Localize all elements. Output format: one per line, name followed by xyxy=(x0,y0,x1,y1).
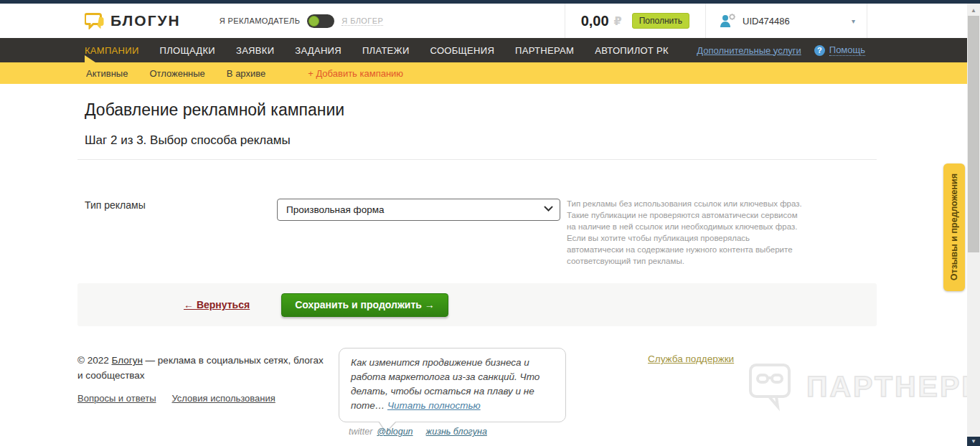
subnav-items: Активные Отложенные В архиве + Добавить … xyxy=(86,68,403,79)
footer-copyright: © 2022 Блогун — реклама в социальных сет… xyxy=(77,353,325,406)
brand-link[interactable]: Блогун xyxy=(111,355,142,366)
nav-item-payments[interactable]: ПЛАТЕЖИ xyxy=(362,45,410,56)
blogun-life-link[interactable]: жизнь блогуна xyxy=(426,427,487,437)
back-link-text: ← Вернуться xyxy=(184,299,250,310)
twitter-label: twitter xyxy=(349,427,372,437)
page: БЛОГУН Я РЕКЛАМОДАТЕЛЬ Я БЛОГЕР 0,00 ₽ П… xyxy=(0,0,980,446)
nav-items: КАМПАНИИ ПЛОЩАДКИ ЗАЯВКИ ЗАДАНИЯ ПЛАТЕЖИ… xyxy=(85,45,669,56)
question-icon: ? xyxy=(814,45,825,56)
actions-panel: ← Вернуться Сохранить и продолжить → xyxy=(77,283,877,326)
nav-item-campaigns[interactable]: КАМПАНИИ xyxy=(85,45,139,56)
partnerkin-logo-icon xyxy=(748,361,799,412)
add-campaign-link[interactable]: + Добавить кампанию xyxy=(308,68,403,79)
nav-item-platforms[interactable]: ПЛОЩАДКИ xyxy=(160,45,215,56)
logo-text: БЛОГУН xyxy=(110,12,181,29)
logo[interactable]: БЛОГУН xyxy=(85,12,181,29)
ad-type-help-text: Тип рекламы без использования ссылок или… xyxy=(567,198,807,267)
balance-block: 0,00 ₽ Пополнить xyxy=(565,4,705,38)
nav-item-requests[interactable]: ЗАЯВКИ xyxy=(236,45,274,56)
back-link[interactable]: ← Вернуться xyxy=(184,299,250,310)
save-continue-button[interactable]: Сохранить и продолжить → xyxy=(281,293,448,317)
tweet-bubble: Как изменится продвижение бизнеса и рабо… xyxy=(339,348,566,422)
user-menu[interactable]: UID474486 ▾ xyxy=(705,4,867,38)
help-link-wrap[interactable]: ? Помощь xyxy=(814,44,865,56)
role-advertiser-label: Я РЕКЛАМОДАТЕЛЬ xyxy=(220,16,301,25)
nav-item-messages[interactable]: СООБЩЕНИЯ xyxy=(430,45,495,56)
extra-services-link[interactable]: Дополнительные услуги xyxy=(697,45,801,56)
wizard-step-title: Шаг 2 из 3. Выбор способа рекламы xyxy=(85,133,291,148)
role-toggle[interactable] xyxy=(307,14,334,28)
header-right: 0,00 ₽ Пополнить UID474486 ▾ xyxy=(565,4,867,38)
divider xyxy=(77,159,877,160)
footer-links: Вопросы и ответыУсловия использования xyxy=(77,391,325,406)
role-switch: Я РЕКЛАМОДАТЕЛЬ Я БЛОГЕР xyxy=(220,14,383,28)
nav-item-partners[interactable]: ПАРТНЕРАМ xyxy=(515,45,574,56)
subnav-item-deferred[interactable]: Отложенные xyxy=(149,68,204,79)
role-blogger-label[interactable]: Я БЛОГЕР xyxy=(341,16,383,26)
partnerkin-watermark: ПАРТНЕРКИН xyxy=(748,361,980,412)
terms-link[interactable]: Условия использования xyxy=(171,393,275,404)
copyright-prefix: © 2022 xyxy=(77,355,111,366)
scrollbar-thumb[interactable] xyxy=(968,16,979,252)
ad-type-select-wrap: Произвольная форма xyxy=(277,199,560,221)
blogun-speech-bubble-icon xyxy=(85,13,104,29)
topup-button[interactable]: Пополнить xyxy=(632,13,689,29)
main-navbar: КАМПАНИИ ПЛОЩАДКИ ЗАЯВКИ ЗАДАНИЯ ПЛАТЕЖИ… xyxy=(0,38,967,62)
subnav-item-active[interactable]: Активные xyxy=(86,68,128,79)
scroll-down-icon[interactable]: ▼ xyxy=(967,437,980,446)
feedback-tab-label: Отзывы и предложения xyxy=(949,174,959,280)
header: БЛОГУН Я РЕКЛАМОДАТЕЛЬ Я БЛОГЕР 0,00 ₽ П… xyxy=(0,4,967,38)
scroll-up-icon[interactable]: ▲ xyxy=(967,5,980,15)
nav-right: Дополнительные услуги ? Помощь xyxy=(697,44,865,56)
ad-type-select[interactable]: Произвольная форма xyxy=(277,199,560,221)
read-more-link[interactable]: Читать полностью xyxy=(387,400,481,411)
uid-label: UID474486 xyxy=(743,16,790,27)
twitter-handle-link[interactable]: @blogun xyxy=(377,427,413,437)
active-tab-pointer xyxy=(85,55,95,62)
feedback-tab[interactable]: Отзывы и предложения xyxy=(943,163,965,291)
page-title: Добавление рекламной кампании xyxy=(85,100,344,120)
user-gear-icon xyxy=(719,13,736,29)
nav-item-autopilot[interactable]: АВТОПИЛОТ РК xyxy=(595,45,669,56)
toggle-knob xyxy=(308,16,319,27)
copyright-line: © 2022 Блогун — реклама в социальных сет… xyxy=(77,353,325,383)
ad-type-label: Тип рекламы xyxy=(85,199,146,211)
scrollbar[interactable]: ▲ ▼ xyxy=(967,4,980,446)
nav-item-tasks[interactable]: ЗАДАНИЯ xyxy=(295,45,341,56)
user-menu-caret-icon[interactable]: ▾ xyxy=(852,17,855,25)
watermark-text: ПАРТНЕРКИН xyxy=(806,370,980,404)
tweet-meta: twitter@blogunжизнь блогуна xyxy=(349,427,487,437)
support-link[interactable]: Служба поддержки xyxy=(648,354,734,364)
ruble-icon: ₽ xyxy=(614,14,622,28)
faq-link[interactable]: Вопросы и ответы xyxy=(77,393,156,404)
balance-amount: 0,00 xyxy=(581,13,609,29)
campaigns-subnav: Активные Отложенные В архиве + Добавить … xyxy=(0,62,967,84)
help-link[interactable]: Помощь xyxy=(829,44,865,56)
subnav-item-archive[interactable]: В архиве xyxy=(227,68,265,79)
